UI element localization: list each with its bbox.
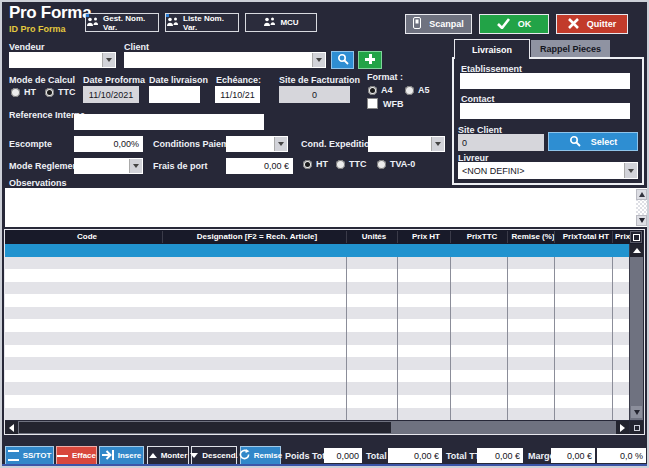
- header-cell-remise[interactable]: Remise (%): [511, 232, 554, 241]
- people-icon: [86, 17, 99, 29]
- table-row[interactable]: [5, 319, 629, 332]
- radio-a5[interactable]: [405, 86, 414, 95]
- page-title: Pro Forma: [9, 3, 91, 23]
- remise-button[interactable]: Remise: [240, 446, 281, 465]
- wfb-label[interactable]: WFB: [383, 99, 404, 109]
- ok-button[interactable]: OK: [479, 14, 549, 34]
- date-proforma-field[interactable]: 11/10/2021: [83, 86, 139, 103]
- radio-port-tva0-label[interactable]: TVA-0: [390, 159, 415, 169]
- header-cell-prix-ht[interactable]: Prix HT: [412, 232, 440, 241]
- header-separator: [162, 231, 163, 243]
- scroll-down-button[interactable]: [636, 215, 647, 226]
- radio-port-ttc-label[interactable]: TTC: [349, 159, 367, 169]
- chevron-down-icon[interactable]: [431, 137, 444, 151]
- table-row[interactable]: [5, 257, 629, 270]
- header-cell-prix-ttc[interactable]: PrixTTC: [467, 232, 498, 241]
- table-row[interactable]: [5, 408, 629, 421]
- ss-tot-button[interactable]: SS/TOT: [5, 446, 54, 465]
- proforma-window: Pro Forma ID Pro Forma Gest. Nom. Var. L…: [0, 0, 649, 468]
- radio-a5-label[interactable]: A5: [418, 85, 430, 95]
- observations-scrollbar[interactable]: [636, 189, 647, 226]
- cond-expedition-select[interactable]: [368, 136, 445, 152]
- mcu-button[interactable]: MCU: [245, 13, 317, 32]
- chevron-down-icon[interactable]: [312, 53, 325, 67]
- quitter-button[interactable]: Quitter: [556, 14, 628, 34]
- cond-expedition-label: Cond. Expedition: [301, 139, 375, 149]
- descend-button[interactable]: Descend.: [191, 446, 237, 465]
- radio-a4[interactable]: [368, 86, 377, 95]
- efface-button[interactable]: Efface: [56, 446, 97, 465]
- remise-label: Remise: [254, 451, 282, 460]
- monter-button[interactable]: Monter: [147, 446, 189, 465]
- radio-port-ttc[interactable]: [336, 160, 345, 169]
- page-subtitle: ID Pro Forma: [9, 24, 66, 34]
- mcu-label: MCU: [280, 18, 298, 27]
- header-separator: [346, 231, 347, 243]
- column-settings-button[interactable]: [630, 231, 642, 243]
- ok-label: OK: [518, 19, 532, 29]
- add-client-button[interactable]: [358, 51, 382, 69]
- radio-ttc-label[interactable]: TTC: [58, 87, 76, 97]
- tab-livraison[interactable]: Livraison: [454, 39, 530, 59]
- radio-a4-label[interactable]: A4: [381, 85, 393, 95]
- scroll-right-button[interactable]: [616, 421, 629, 434]
- table-row[interactable]: [5, 307, 629, 320]
- radio-ttc[interactable]: [45, 88, 54, 97]
- table-row[interactable]: [5, 282, 629, 295]
- header-cell-unites[interactable]: Unités: [362, 232, 386, 241]
- site-facturation-field[interactable]: 0: [279, 86, 350, 103]
- resize-corner[interactable]: [630, 421, 643, 434]
- table-row[interactable]: [5, 332, 629, 345]
- chevron-down-icon[interactable]: [129, 159, 142, 173]
- table-row[interactable]: [5, 244, 629, 257]
- scroll-up-button[interactable]: [636, 189, 647, 200]
- table-row[interactable]: [5, 370, 629, 383]
- wfb-checkbox[interactable]: [367, 98, 378, 109]
- header-separator: [554, 231, 555, 243]
- column-gridline: [346, 257, 347, 420]
- table-row[interactable]: [5, 382, 629, 395]
- scanpal-button[interactable]: Scanpal: [405, 14, 472, 34]
- client-search-button[interactable]: [331, 51, 354, 69]
- table-hscrollbar[interactable]: [5, 421, 629, 434]
- table-row[interactable]: [5, 294, 629, 307]
- vendeur-select[interactable]: [9, 52, 116, 68]
- scroll-left-button[interactable]: [5, 421, 18, 434]
- radio-port-ht[interactable]: [303, 160, 312, 169]
- client-select[interactable]: [124, 52, 326, 68]
- radio-ht[interactable]: [11, 88, 20, 97]
- tab-rappel-pieces[interactable]: Rappel Pieces: [531, 40, 610, 58]
- hscroll-thumb[interactable]: [19, 422, 391, 433]
- radio-ht-label[interactable]: HT: [24, 87, 36, 97]
- frais-port-field[interactable]: 0,00 €: [226, 158, 293, 174]
- table-row[interactable]: [5, 357, 629, 370]
- gest-nom-var-button[interactable]: Gest. Nom. Var.: [85, 13, 159, 32]
- table-row[interactable]: [5, 345, 629, 358]
- observations-textarea[interactable]: [5, 188, 648, 227]
- date-livraison-field[interactable]: [149, 86, 200, 103]
- column-gridline: [612, 257, 613, 420]
- observations-label: Observations: [9, 178, 67, 188]
- echeance-field[interactable]: 11/10/21: [215, 86, 260, 103]
- mode-calcul-label: Mode de Calcul: [9, 75, 75, 85]
- escompte-field[interactable]: 0,00%: [74, 136, 143, 152]
- radio-port-ht-label[interactable]: HT: [316, 159, 328, 169]
- blue-corner-mark: [86, 14, 89, 17]
- conditions-paiement-select[interactable]: [226, 136, 288, 152]
- scroll-down-button[interactable]: [631, 406, 642, 418]
- table-row[interactable]: [5, 395, 629, 408]
- chevron-down-icon[interactable]: [274, 137, 287, 151]
- header-cell-designation[interactable]: Designation [F2 = Rech. Article]: [197, 232, 317, 241]
- insere-button[interactable]: Insere: [99, 446, 144, 465]
- mode-reglement-select[interactable]: [74, 158, 143, 174]
- radio-port-tva0[interactable]: [377, 160, 386, 169]
- liste-nom-var-label: Liste Nom. Var.: [183, 14, 238, 32]
- header-cell-prixtotal-ht[interactable]: PrixTotal HT: [563, 232, 610, 241]
- reference-interne-input[interactable]: [74, 114, 264, 130]
- table-row[interactable]: [5, 269, 629, 282]
- scroll-up-button[interactable]: [630, 244, 643, 257]
- chevron-down-icon[interactable]: [102, 53, 115, 67]
- liste-nom-var-button[interactable]: Liste Nom. Var.: [165, 13, 239, 32]
- header-cell-code[interactable]: Code: [77, 232, 97, 241]
- table-vscrollbar[interactable]: [629, 244, 643, 420]
